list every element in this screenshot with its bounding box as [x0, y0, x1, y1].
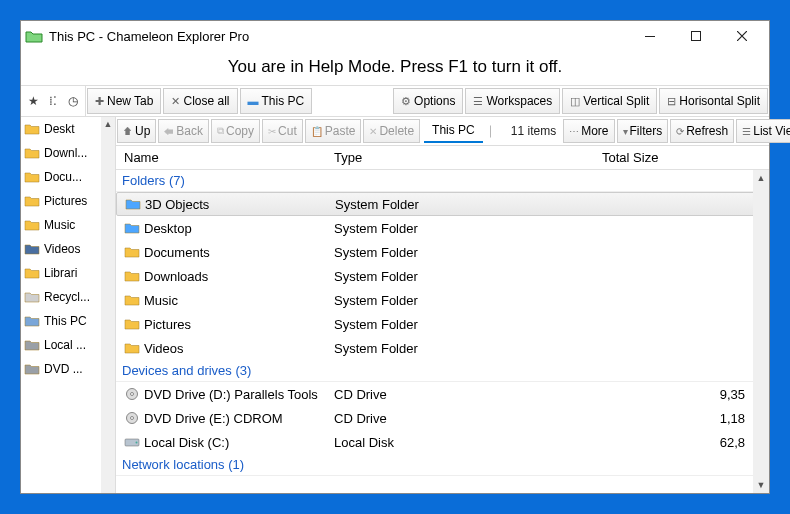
svg-point-7 — [136, 442, 138, 444]
item-name: DVD Drive (E:) CDROM — [144, 411, 283, 426]
sidebar-item-label: Librari — [44, 266, 77, 280]
stack-icon: ☰ — [473, 95, 483, 108]
table-row[interactable]: PicturesSystem Folder — [116, 312, 769, 336]
table-row[interactable]: DownloadsSystem Folder — [116, 264, 769, 288]
app-window: This PC - Chameleon Explorer Pro You are… — [20, 20, 770, 494]
item-icon — [124, 245, 140, 259]
up-icon: 🡅 — [123, 126, 133, 137]
scroll-up-icon[interactable]: ▲ — [101, 117, 115, 131]
table-row[interactable]: 3D ObjectsSystem Folder — [116, 192, 769, 216]
action-toolbar: 🡅Up 🡄Back ⧉Copy ✂Cut 📋Paste ✕Delete This… — [116, 117, 769, 146]
paste-icon: 📋 — [311, 126, 323, 137]
item-icon — [124, 411, 140, 425]
item-name: Pictures — [144, 317, 191, 332]
this-pc-button[interactable]: ▬This PC — [240, 88, 313, 114]
svg-rect-1 — [692, 32, 701, 41]
table-row[interactable]: DVD Drive (E:) CDROMCD Drive1,18 — [116, 406, 769, 430]
item-icon — [124, 293, 140, 307]
table-row[interactable]: Local Disk (C:)Local Disk62,8 — [116, 430, 769, 454]
item-icon — [124, 435, 140, 449]
main-area: DesktDownl...Docu...PicturesMusicVideosL… — [21, 117, 769, 493]
folder-icon — [24, 314, 40, 328]
sidebar: DesktDownl...Docu...PicturesMusicVideosL… — [21, 117, 116, 493]
item-type: System Folder — [334, 341, 602, 356]
sidebar-scrollbar[interactable]: ▲ — [101, 117, 115, 493]
item-type: Local Disk — [334, 435, 602, 450]
cut-icon: ✂ — [268, 126, 276, 137]
item-size: 62,8 — [602, 435, 769, 450]
header-type[interactable]: Type — [334, 150, 602, 165]
up-button[interactable]: 🡅Up — [117, 119, 156, 143]
workspaces-button[interactable]: ☰Workspaces — [465, 88, 560, 114]
refresh-button[interactable]: ⟳Refresh — [670, 119, 734, 143]
star-icon[interactable]: ★ — [23, 90, 43, 112]
column-headers: Name Type Total Size — [116, 146, 769, 170]
item-type: CD Drive — [334, 387, 602, 402]
content-panel: 🡅Up 🡄Back ⧉Copy ✂Cut 📋Paste ✕Delete This… — [116, 117, 769, 493]
help-banner: You are in Help Mode. Press F1 to turn i… — [21, 51, 769, 85]
item-name: Videos — [144, 341, 184, 356]
vertical-split-button[interactable]: ◫Vertical Split — [562, 88, 657, 114]
folder-icon — [24, 194, 40, 208]
minimize-button[interactable] — [627, 21, 673, 51]
header-name[interactable]: Name — [116, 150, 334, 165]
cut-button[interactable]: ✂Cut — [262, 119, 303, 143]
copy-button[interactable]: ⧉Copy — [211, 119, 260, 143]
current-tab[interactable]: This PC — [424, 119, 483, 143]
sidebar-item-label: Downl... — [44, 146, 87, 160]
table-row[interactable]: DesktopSystem Folder — [116, 216, 769, 240]
paste-button[interactable]: 📋Paste — [305, 119, 362, 143]
scroll-up-icon[interactable]: ▲ — [753, 170, 769, 186]
options-button[interactable]: ⚙Options — [393, 88, 463, 114]
back-button[interactable]: 🡄Back — [158, 119, 209, 143]
folder-icon — [24, 266, 40, 280]
folder-icon — [24, 122, 40, 136]
list-icon: ☰ — [742, 126, 751, 137]
filter-icon: ▾ — [623, 126, 628, 137]
table-row[interactable]: VideosSystem Folder — [116, 336, 769, 360]
delete-button[interactable]: ✕Delete — [363, 119, 420, 143]
new-tab-button[interactable]: ✚New Tab — [87, 88, 161, 114]
item-icon — [125, 197, 141, 211]
table-row[interactable]: DocumentsSystem Folder — [116, 240, 769, 264]
svg-point-5 — [131, 417, 134, 420]
item-type: CD Drive — [334, 411, 602, 426]
header-size[interactable]: Total Size — [602, 150, 769, 165]
item-name: Music — [144, 293, 178, 308]
hsplit-icon: ⊟ — [667, 95, 676, 108]
horizontal-split-button[interactable]: ⊟Horisontal Split — [659, 88, 768, 114]
group-header[interactable]: Devices and drives (3) — [116, 360, 769, 382]
clock-icon[interactable]: ◷ — [63, 90, 83, 112]
content-scrollbar[interactable]: ▲ ▼ — [753, 170, 769, 493]
table-row[interactable]: MusicSystem Folder — [116, 288, 769, 312]
group-header[interactable]: Network locations (1) — [116, 454, 769, 476]
plus-icon: ✚ — [95, 95, 104, 108]
item-size: 1,18 — [602, 411, 769, 426]
sidebar-item-label: Docu... — [44, 170, 82, 184]
sidebar-item-label: Recycl... — [44, 290, 90, 304]
item-icon — [124, 341, 140, 355]
item-name: 3D Objects — [145, 197, 209, 212]
filters-button[interactable]: ▾Filters — [617, 119, 669, 143]
vsplit-icon: ◫ — [570, 95, 580, 108]
scroll-down-icon[interactable]: ▼ — [753, 477, 769, 493]
folder-icon — [24, 170, 40, 184]
maximize-button[interactable] — [673, 21, 719, 51]
close-button[interactable] — [719, 21, 765, 51]
sidebar-item-label: DVD ... — [44, 362, 83, 376]
item-type: System Folder — [334, 245, 602, 260]
tree-icon[interactable]: ⁞⁚ — [43, 90, 63, 112]
list-view-button[interactable]: ☰List View — [736, 119, 790, 143]
titlebar: This PC - Chameleon Explorer Pro — [21, 21, 769, 51]
dots-icon: ⋯ — [569, 126, 579, 137]
back-icon: 🡄 — [164, 126, 174, 137]
item-icon — [124, 269, 140, 283]
table-row[interactable]: DVD Drive (D:) Parallels ToolsCD Drive9,… — [116, 382, 769, 406]
close-all-button[interactable]: ✕Close all — [163, 88, 237, 114]
item-type: System Folder — [334, 317, 602, 332]
item-type: System Folder — [334, 269, 602, 284]
sidebar-item-label: This PC — [44, 314, 87, 328]
group-header[interactable]: Folders (7) — [116, 170, 769, 192]
item-size: 9,35 — [602, 387, 769, 402]
more-button[interactable]: ⋯More — [563, 119, 614, 143]
